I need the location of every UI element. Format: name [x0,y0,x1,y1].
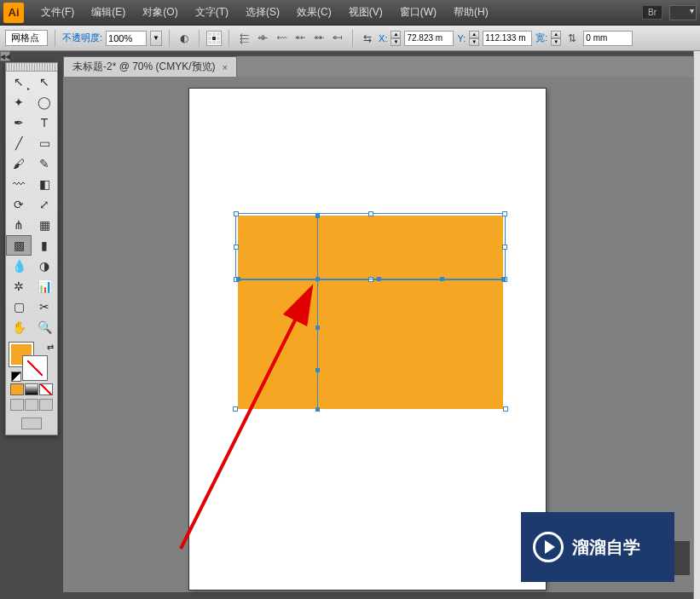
handle-tl[interactable] [234,211,239,216]
expand-panels-tab[interactable]: ◀◀ [0,51,10,61]
handle-tr[interactable] [502,211,507,216]
handle-bm[interactable] [368,277,373,282]
arrange-documents-button[interactable] [669,5,697,20]
handle-outer[interactable] [233,406,238,412]
blob-brush-tool[interactable]: 〰 [6,174,32,194]
x-label[interactable]: X: [379,33,387,43]
bridge-button[interactable]: Br [642,5,662,20]
mesh-anchor[interactable] [440,277,444,281]
menu-edit[interactable]: 编辑(E) [83,2,134,23]
gradient-tool[interactable]: ▮ [32,235,57,256]
default-colors-icon[interactable] [11,371,21,382]
mesh-anchor[interactable] [377,277,381,281]
y-label[interactable]: Y: [457,33,466,43]
document-tab[interactable]: 未标题-2* @ 70% (CMYK/预览) × [63,56,237,77]
mesh-tool[interactable]: ▩ [6,235,32,256]
reference-point[interactable] [206,31,222,46]
mesh-anchor[interactable] [501,277,506,281]
w-stepper[interactable]: ▲▼ [551,31,561,46]
menubar-right: Br [642,5,697,20]
pencil-tool[interactable]: ✎ [32,153,57,174]
menu-help[interactable]: 帮助(H) [445,2,497,23]
link-wh-icon[interactable]: ⇅ [564,31,580,46]
scale-tool[interactable]: ⤢ [32,194,57,215]
align-center-h-icon[interactable]: ⬲ [255,31,270,46]
mesh-anchor[interactable] [236,277,240,281]
swap-colors-icon[interactable]: ⇄ [47,343,54,352]
opacity-label[interactable]: 不透明度: [62,32,102,44]
align-top-icon[interactable]: ⬴ [292,31,308,46]
stroke-color-swatch[interactable] [23,356,47,380]
column-graph-tool[interactable]: 📊 [32,276,57,297]
draw-inside[interactable] [39,399,53,411]
y-input[interactable] [483,31,532,46]
handle-ml[interactable] [234,245,239,250]
opacity-input[interactable] [106,31,147,46]
handle-outer[interactable] [503,406,508,412]
handle-tm[interactable] [368,211,373,216]
mesh-anchor[interactable] [315,407,320,412]
close-tab-icon[interactable]: × [223,62,228,72]
slice-tool[interactable]: ✂ [32,297,57,317]
screen-mode-row [6,418,57,429]
play-icon [533,532,564,562]
watermark1-text: 溜溜自学 [572,536,640,559]
x-stepper[interactable]: ▲▼ [390,31,401,46]
zoom-tool[interactable]: 🔍 [32,317,57,337]
mesh-anchor[interactable] [315,277,320,281]
hand-tool[interactable]: ✋ [6,317,32,337]
artboard-tool[interactable]: ▢ [6,297,32,317]
free-transform-tool[interactable]: ▦ [32,215,57,235]
menu-select[interactable]: 选择(S) [237,2,288,23]
right-panel-strip[interactable] [693,51,700,599]
type-tool[interactable]: T [32,112,57,133]
x-input[interactable] [404,31,454,46]
w-input[interactable] [583,31,633,46]
y-stepper[interactable]: ▲▼ [469,31,479,46]
selection-tool[interactable]: ↖▸ [6,72,32,92]
draw-normal[interactable] [10,399,24,411]
direct-selection-tool[interactable]: ↖ [32,72,57,92]
eyedropper-tool[interactable]: 💧 [6,256,32,276]
color-mode-solid[interactable] [10,383,24,395]
menu-object[interactable]: 对象(O) [134,2,186,23]
blend-tool[interactable]: ◑ [32,256,57,276]
mesh-anchor[interactable] [315,325,320,330]
color-mode-none[interactable] [39,383,53,395]
eraser-tool[interactable]: ◧ [32,174,57,194]
menu-file[interactable]: 文件(F) [32,2,83,23]
menu-effect[interactable]: 效果(C) [288,2,340,23]
draw-behind[interactable] [25,399,38,411]
screen-mode-button[interactable] [21,418,42,429]
color-mode-gradient[interactable] [25,383,38,395]
artboard[interactable] [189,89,546,590]
rectangle-tool[interactable]: ▭ [32,133,57,153]
mesh-anchor[interactable] [315,368,320,372]
align-left-icon[interactable]: ⬱ [236,31,252,46]
symbol-sprayer-tool[interactable]: ✲ [6,276,32,297]
align-center-v-icon[interactable]: ⬵ [311,31,327,46]
menu-view[interactable]: 视图(V) [340,2,391,23]
line-tool[interactable]: ╱ [6,133,32,153]
handle-mr[interactable] [502,245,507,250]
recolor-icon[interactable]: ◐ [176,31,192,46]
width-tool[interactable]: ⋔ [6,215,32,235]
menu-window[interactable]: 窗口(W) [391,2,445,23]
panel-grip[interactable] [6,63,57,72]
transform-icon[interactable]: ⇆ [360,31,375,46]
rotate-tool[interactable]: ⟳ [6,194,32,215]
align-bottom-icon[interactable]: ⬶ [330,31,345,46]
mesh-line-h [238,279,503,279]
tools-panel: ↖▸ ↖ ✦ ◯ ✒ T ╱ ▭ 🖌 ✎ 〰 ◧ ⟳ ⤢ ⋔ ▦ ▩ ▮ 💧 ◑… [5,62,58,435]
mesh-anchor[interactable] [315,214,320,218]
selection-bounding-box[interactable] [235,213,506,280]
menu-type[interactable]: 文字(T) [187,2,237,23]
magic-wand-tool[interactable]: ✦ [6,92,32,112]
paintbrush-tool[interactable]: 🖌 [6,153,32,174]
lasso-tool[interactable]: ◯ [32,92,57,112]
mesh-line-v [317,216,318,409]
opacity-dropdown[interactable]: ▼ [150,31,162,46]
align-right-icon[interactable]: ⬳ [274,31,289,46]
w-label[interactable]: 宽: [535,32,547,44]
pen-tool[interactable]: ✒ [6,112,32,133]
